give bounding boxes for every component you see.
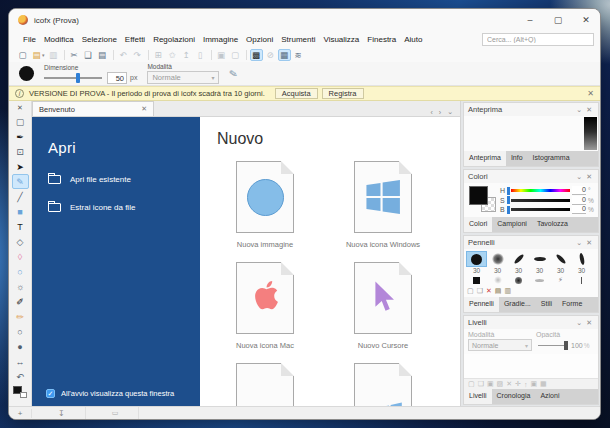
tab-tavolozza[interactable]: Tavolozza <box>532 217 573 232</box>
new-image-card[interactable]: Nuova immagine <box>217 161 313 249</box>
open-existing-link[interactable]: Apri file esistente <box>48 175 200 184</box>
panel-close-icon[interactable]: ✕ <box>584 106 594 114</box>
panel-collapse-icon[interactable]: ⌄ <box>574 173 584 181</box>
hue-value[interactable]: 0 <box>572 186 586 195</box>
layer-opacity-value[interactable]: 100 <box>571 342 583 349</box>
saturation-slider-handle[interactable] <box>507 196 510 204</box>
foreground-color-swatch[interactable] <box>469 186 488 205</box>
saturation-value[interactable]: 0 <box>572 196 586 205</box>
tab-pennelli[interactable]: Pennelli <box>464 297 499 312</box>
flip-tool[interactable]: ↔ <box>12 354 29 369</box>
tab-cronologia[interactable]: Cronologia <box>492 389 536 404</box>
panel-collapse-icon[interactable]: ⌄ <box>574 319 584 327</box>
tab-prev-icon[interactable]: ‹ <box>427 109 435 116</box>
merge-layer-icon[interactable]: ▣ <box>487 380 494 388</box>
menu-file[interactable]: File <box>19 35 40 44</box>
save-brushes-icon[interactable]: ▥ <box>504 287 511 295</box>
startup-checkbox[interactable]: ✓ <box>46 389 55 398</box>
brush-flat[interactable] <box>529 251 550 267</box>
move-tool[interactable]: ➤ <box>12 159 29 174</box>
rotate-tool[interactable]: ↶ <box>12 369 29 384</box>
menu-finestra[interactable]: Finestra <box>363 35 400 44</box>
dodge-tool[interactable]: ☼ <box>12 279 29 294</box>
brush-charcoal[interactable]: ⚡ <box>550 275 571 285</box>
opacity-slider-handle[interactable] <box>564 341 568 350</box>
undo-icon[interactable]: ↶ <box>117 49 130 61</box>
tab-next-icon[interactable]: › <box>436 109 444 116</box>
tool-palette-close-icon[interactable]: ✕ <box>9 101 31 114</box>
panel-close-icon[interactable]: ✕ <box>584 239 594 247</box>
select-all-icon[interactable]: ▢ <box>229 49 242 61</box>
delete-brush-icon[interactable]: ✕ <box>486 287 492 295</box>
canvas-size-icon[interactable]: ⊞ <box>152 49 165 61</box>
tab-list-icon[interactable]: ⌄ <box>444 108 456 116</box>
minimize-button[interactable]: – <box>516 9 544 31</box>
buy-button[interactable]: Acquista <box>275 88 318 99</box>
tab-info[interactable]: Info <box>506 151 528 166</box>
banner-close-icon[interactable]: ✕ <box>587 89 594 98</box>
menu-modifica[interactable]: Modifica <box>40 35 78 44</box>
airbrush-icon[interactable]: ✎ <box>229 67 239 79</box>
new-library-card[interactable] <box>217 363 313 406</box>
menu-opzioni[interactable]: Opzioni <box>242 35 277 44</box>
sponge-tool[interactable]: ● <box>12 339 29 354</box>
color-swatch-pair[interactable] <box>468 185 500 215</box>
brush-fuzzy[interactable] <box>508 275 529 285</box>
crop-tool[interactable]: ⊡ <box>12 144 29 159</box>
menu-effetti[interactable]: Effetti <box>121 35 149 44</box>
panel-collapse-icon[interactable]: ⌄ <box>574 239 584 247</box>
menu-regolazioni[interactable]: Regolazioni <box>149 35 199 44</box>
test-icon[interactable]: ✩ <box>166 49 179 61</box>
line-tool[interactable]: ╱ <box>12 189 29 204</box>
tab-azioni[interactable]: Azioni <box>535 389 564 404</box>
brightness-slider-handle[interactable] <box>507 206 510 214</box>
brush-backslash[interactable] <box>550 251 571 267</box>
search-input[interactable] <box>482 33 594 46</box>
menu-aiuto[interactable]: Aiuto <box>400 35 426 44</box>
layer-opacity-slider[interactable] <box>538 341 568 350</box>
text-tool[interactable]: T <box>12 219 29 234</box>
tab-benvenuto[interactable]: Benvenuto ✕ <box>32 101 154 116</box>
open-dropdown-icon[interactable]: ▾ <box>42 52 45 58</box>
new-windows-icon-card[interactable]: Nuova icona Windows <box>335 161 431 249</box>
brush-preview-icon[interactable] <box>19 66 34 81</box>
layer-effects-icon[interactable]: ▨ <box>497 380 504 388</box>
startup-checkbox-row[interactable]: ✓ All'avvio visualizza questa finestra <box>32 389 200 406</box>
extract-icons-link[interactable]: Estrai icone da file <box>48 203 200 212</box>
menu-selezione[interactable]: Selezione <box>78 35 121 44</box>
new-brush-icon[interactable]: ▢ <box>467 287 474 295</box>
brush-slash[interactable] <box>508 251 529 267</box>
brush-square[interactable] <box>466 275 487 285</box>
paste-icon[interactable]: ▤ <box>96 49 109 61</box>
layer-visibility-icon[interactable]: ▣ <box>530 380 537 388</box>
mask-icon[interactable]: ⊘ <box>264 49 277 61</box>
selection-icon[interactable]: ▣ <box>215 49 228 61</box>
copy-icon[interactable]: ❑ <box>82 49 95 61</box>
tab-gradienti[interactable]: Gradie... <box>499 297 536 312</box>
brush-spray[interactable] <box>487 275 508 285</box>
tab-anteprima[interactable]: Anteprima <box>464 151 506 166</box>
marquee-tool[interactable]: ▢ <box>12 114 29 129</box>
layer-mode-dropdown[interactable]: Normale ▾ <box>468 339 532 351</box>
tab-campioni[interactable]: Campioni <box>492 217 532 232</box>
device-icon[interactable]: ▯ <box>194 49 207 61</box>
close-button[interactable]: ✕ <box>572 9 600 31</box>
hue-slider[interactable] <box>511 189 570 192</box>
brightness-slider[interactable] <box>511 208 570 211</box>
new-layer-icon[interactable]: ▢ <box>468 380 475 388</box>
panel-close-icon[interactable]: ✕ <box>584 173 594 181</box>
add-tool-icon[interactable]: + <box>9 409 32 418</box>
background-color-swatch[interactable] <box>20 392 27 398</box>
eraser-tool[interactable]: ◊ <box>12 249 29 264</box>
panel-collapse-icon[interactable]: ⌄ <box>574 106 584 114</box>
save-icon[interactable]: ▥ <box>47 49 60 61</box>
panel-close-icon[interactable]: ✕ <box>584 319 594 327</box>
hue-slider-handle[interactable] <box>507 187 510 195</box>
mode-dropdown[interactable]: Normale ▾ <box>147 71 219 84</box>
menu-strumenti[interactable]: Strumenti <box>277 35 319 44</box>
new-cursor-card[interactable]: Nuovo Cursore <box>335 262 431 350</box>
maximize-button[interactable]: ▢ <box>544 9 572 31</box>
new-batch-card[interactable] <box>335 363 431 406</box>
new-mac-icon-card[interactable]: Nuova icona Mac <box>217 262 313 350</box>
move-layer-down-icon[interactable]: ↑ <box>524 381 528 388</box>
